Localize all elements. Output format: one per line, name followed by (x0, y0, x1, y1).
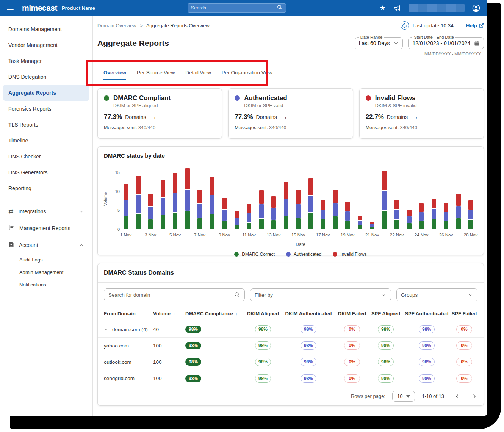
authenticated-segment (197, 204, 202, 218)
cell-dkim-aligned: 98% (244, 358, 282, 366)
expand-row-chevron-icon[interactable] (104, 327, 109, 332)
dmarc-correct-segment (197, 218, 202, 229)
tab-per-organization-view[interactable]: Per Organization View (222, 70, 272, 80)
legend-item-invalid-flows[interactable]: Invalid Flows (333, 252, 366, 257)
sidebar-divider (0, 200, 92, 200)
sidebar-subitem-audit-logs[interactable]: Audit Logs (0, 254, 92, 266)
sidebar-item-dns-generators[interactable]: DNS Generators (3, 164, 89, 180)
sidebar-subitem-notifications[interactable]: Notifications (0, 279, 92, 291)
cell-dkim-aligned: 98% (244, 325, 282, 333)
sort-descending-icon: ↓ (138, 311, 140, 316)
dmarc-correct-segment (136, 214, 141, 229)
dkim-aligned-badge: 98% (255, 374, 271, 383)
column-header-label: DKIM Authenticated (285, 311, 332, 316)
sidebar-item-integrations[interactable]: ⇄ Integrations (3, 203, 89, 219)
x-axis-tick: 28 Nov (464, 233, 477, 237)
sidebar-item-aggregate-reports[interactable]: Aggregate Reports (3, 85, 89, 101)
page-title: Aggregate Reports (97, 39, 169, 48)
x-axis-tick: 15 Nov (291, 233, 305, 237)
breadcrumb-parent[interactable]: Domain Overview (97, 23, 136, 28)
sidebar-navigation: Domains ManagementVendor ManagementTask … (0, 16, 93, 416)
pagination-range: 1-10 of 13 (422, 393, 444, 399)
arrow-right-icon[interactable]: → (282, 114, 288, 121)
global-search-input[interactable] (191, 5, 277, 11)
authenticated-segment (124, 200, 128, 216)
sidebar-item-management-reports[interactable]: Management Reports (3, 219, 89, 236)
spf-authenticated-badge: 98% (419, 341, 435, 350)
previous-page-icon[interactable] (454, 393, 460, 399)
sort-descending-icon: ↓ (173, 311, 175, 316)
messages-value: 340/440 (138, 125, 155, 130)
cell-dkim-authenticated: 98% (282, 325, 335, 333)
domain-search-box[interactable] (104, 288, 245, 301)
sidebar-item-reporting[interactable]: Reporting (3, 180, 89, 196)
authenticated-segment (444, 212, 448, 221)
arrow-right-icon[interactable]: → (412, 114, 418, 121)
sidebar-item-domains-management[interactable]: Domains Management (3, 21, 89, 37)
sidebar-item-tls-reports[interactable]: TLS Reports (3, 117, 89, 133)
cell-dkim-failed: 0% (335, 374, 369, 383)
global-search-box[interactable] (188, 3, 286, 13)
legend-item-dmarc-correct[interactable]: DMARC Correct (234, 252, 275, 257)
dkim-aligned-badge: 98% (255, 341, 271, 350)
date-format-helper: MM/DD/YYYY - MM/DD/YYYY (424, 52, 481, 56)
sidebar-item-timeline[interactable]: Timeline (3, 133, 89, 149)
tab-per-source-view[interactable]: Per Source View (137, 70, 175, 80)
favorites-star-icon[interactable]: ★ (380, 5, 386, 11)
start-end-date-value: 12/01/2023 - 01/01/2024 (412, 40, 470, 46)
breadcrumb: Domain Overview > Aggregate Reports Over… (97, 23, 210, 28)
column-header-spf-failed: SPF Failed (451, 311, 477, 316)
stacked-bar (124, 184, 128, 229)
sidebar-item-account[interactable]: Account (3, 236, 89, 254)
sidebar-item-dns-checker[interactable]: DNS Checker (3, 149, 89, 164)
dkim-aligned-badge: 98% (255, 358, 271, 366)
x-axis-tick: 9 Nov (219, 233, 230, 237)
arrow-right-icon[interactable]: → (150, 114, 157, 121)
announcements-megaphone-icon[interactable] (393, 5, 401, 11)
column-header-from-domain[interactable]: From Domain↓ (104, 311, 153, 316)
sidebar-items: Domains ManagementVendor ManagementTask … (0, 21, 92, 196)
dmarc-correct-segment (394, 220, 399, 229)
refresh-icon[interactable] (401, 21, 409, 30)
stacked-bar (247, 204, 251, 229)
next-page-icon[interactable] (471, 393, 477, 399)
dmarc-correct-segment (468, 220, 473, 229)
column-header-volume[interactable]: Volume↓ (153, 311, 185, 316)
authenticated-segment (333, 203, 338, 216)
stacked-bar (444, 203, 448, 229)
help-link[interactable]: Help (466, 23, 484, 28)
date-range-select[interactable]: Date Range Last 60 Days (355, 35, 403, 49)
filter-by-dropdown[interactable]: Filter by (250, 288, 391, 301)
groups-dropdown[interactable]: Groups (396, 288, 477, 301)
invalid-flows-segment (370, 222, 374, 224)
tab-detail-view[interactable]: Detail View (185, 70, 211, 80)
user-account-icon[interactable] (472, 4, 480, 12)
legend-dot-icon (333, 252, 337, 257)
sidebar-item-task-manager[interactable]: Task Manager (3, 53, 89, 69)
sidebar-item-dns-delegation[interactable]: DNS Delegation (3, 69, 89, 85)
cell-from-domain: sendgrid.com (104, 376, 153, 381)
cell-from-domain[interactable]: domain.com (4) (104, 327, 153, 332)
chevron-down-icon (79, 209, 84, 214)
dkim-aligned-badge: 98% (255, 325, 271, 333)
card-header: Invalid Flows (366, 94, 477, 102)
authenticated-segment (210, 195, 214, 214)
card-percent-row: 77.3%Domains→ (104, 113, 216, 121)
sidebar-item-vendor-management[interactable]: Vendor Management (3, 37, 89, 53)
table-header-row: From Domain↓Volume↓DMARC Compliance↓DKIM… (98, 306, 484, 321)
spf-authenticated-badge: 98% (419, 358, 435, 366)
card-header: Authenticated (235, 94, 346, 102)
legend-item-authenticated[interactable]: Authenticated (286, 252, 321, 257)
chevron-down-icon (393, 41, 399, 46)
date-range-picker[interactable]: Start Date - End Date 12/01/2023 - 01/01… (408, 35, 484, 49)
cell-spf-failed: 0% (451, 374, 477, 383)
domain-search-input[interactable] (108, 292, 231, 298)
sidebar-subitem-admin-management[interactable]: Admin Management (0, 266, 92, 279)
sidebar-item-forensics-reports[interactable]: Forensics Reports (3, 101, 89, 117)
tab-overview[interactable]: Overview (103, 70, 126, 80)
rows-per-page-select[interactable]: 10 (392, 391, 415, 402)
x-axis-tick: 13 Nov (267, 233, 280, 237)
column-header-dmarc-compliance[interactable]: DMARC Compliance↓ (185, 311, 244, 316)
mimecast-logo: mimecast (22, 3, 57, 13)
hamburger-menu-icon[interactable] (7, 6, 14, 10)
